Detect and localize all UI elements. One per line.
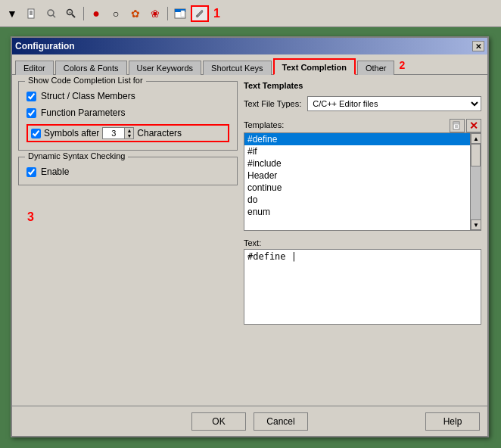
search-button[interactable]: [42, 5, 61, 22]
symbols-spinner: 3 ▲ ▼: [102, 127, 134, 139]
text-editor[interactable]: #define |: [244, 249, 481, 325]
separator1: [83, 7, 84, 20]
enable-checkbox[interactable]: [26, 167, 36, 177]
separator2: [167, 7, 168, 20]
svg-text:+: +: [69, 10, 71, 14]
struct-members-label: Struct / Class Members: [41, 91, 135, 101]
cancel-button[interactable]: Cancel: [254, 412, 308, 431]
templates-section: Templates: ✕: [244, 119, 481, 231]
help-button[interactable]: Help: [425, 412, 480, 431]
template-item-do[interactable]: do: [244, 194, 470, 206]
show-code-completion-group: Show Code Completion List for Struct / C…: [18, 81, 238, 151]
templates-list-wrapper: #define #if #include Header continue do …: [244, 132, 481, 231]
template-item-header[interactable]: Header: [244, 170, 470, 182]
dynamic-syntax-title: Dynamic Syntax Checking: [25, 151, 128, 160]
template-item-continue[interactable]: continue: [244, 182, 470, 194]
file-types-label: Text File Types:: [244, 99, 301, 108]
tab-user-keywords[interactable]: User Keywords: [129, 61, 202, 75]
text-label: Text:: [244, 238, 481, 247]
scroll-down-arrow[interactable]: ▼: [471, 219, 481, 230]
svg-line-7: [72, 14, 75, 17]
tab-colors-fonts[interactable]: Colors & Fonts: [55, 61, 127, 75]
symbols-row: Symbols after 3 ▲ ▼ Characters: [26, 124, 229, 142]
scroll-up-arrow[interactable]: ▲: [471, 133, 481, 144]
symbols-after-label: Symbols after: [44, 128, 99, 138]
left-panel: Show Code Completion List for Struct / C…: [18, 81, 238, 410]
svg-rect-14: [453, 122, 459, 124]
template-item-enum[interactable]: enum: [244, 206, 470, 218]
tab-text-completion[interactable]: Text Completion: [273, 58, 356, 75]
tab-other[interactable]: Other: [357, 61, 395, 75]
file-types-select[interactable]: C/C++ Editor files All files Pascal file…: [307, 96, 481, 111]
templates-list: #define #if #include Header continue do …: [244, 133, 470, 230]
wrench-button[interactable]: [191, 5, 209, 22]
tab-number-badge: 2: [399, 59, 405, 71]
svg-rect-0: [28, 9, 34, 18]
svg-point-4: [48, 10, 54, 16]
toolbar: ▼ + ● ○ ✿ ❀: [0, 0, 501, 27]
svg-rect-11: [181, 11, 185, 17]
dialog-close-button[interactable]: ✕: [472, 41, 484, 51]
scroll-thumb[interactable]: [471, 144, 481, 166]
text-templates-title: Text Templates: [244, 81, 481, 90]
ok-button[interactable]: OK: [191, 412, 246, 431]
templates-new-button[interactable]: [450, 119, 465, 132]
function-params-row: Function Parameters: [26, 107, 229, 118]
spinner-arrows: ▲ ▼: [124, 128, 133, 138]
scroll-track: [471, 144, 481, 219]
circle-button[interactable]: ○: [107, 5, 125, 22]
template-item-define[interactable]: #define: [244, 133, 470, 145]
show-code-group-title: Show Code Completion List for: [25, 76, 146, 85]
right-panel: Text Templates Text File Types: C/C++ Ed…: [244, 81, 481, 410]
file-type-row: Text File Types: C/C++ Editor files All …: [244, 96, 481, 111]
spinner-down-button[interactable]: ▼: [124, 133, 133, 138]
templates-actions: ✕: [450, 119, 481, 132]
function-params-label: Function Parameters: [41, 107, 125, 118]
templates-label: Templates:: [244, 120, 284, 129]
configuration-dialog: Configuration ✕ Editor Colors & Fonts Us…: [11, 36, 489, 437]
window-button[interactable]: [171, 5, 189, 22]
symbols-checkbox[interactable]: [31, 129, 41, 138]
red-circle-button[interactable]: ●: [87, 5, 105, 22]
dialog-content: Show Code Completion List for Struct / C…: [12, 75, 487, 416]
enable-row: Enable: [26, 166, 229, 177]
template-item-include[interactable]: #include: [244, 157, 470, 170]
tool2-button[interactable]: ❀: [146, 5, 164, 22]
characters-label: Characters: [137, 128, 182, 138]
dialog-footer: OK Cancel Help: [12, 406, 487, 436]
row-number-badge: 3: [27, 210, 34, 224]
tool1-button[interactable]: ✿: [126, 5, 145, 22]
text-section: Text: #define |: [244, 235, 481, 325]
template-item-if[interactable]: #if: [244, 145, 470, 157]
file-button[interactable]: [23, 5, 41, 22]
spinner-up-button[interactable]: ▲: [124, 128, 133, 133]
enable-label: Enable: [41, 166, 69, 177]
templates-header: Templates: ✕: [244, 119, 481, 132]
symbols-value-input[interactable]: 3: [103, 128, 124, 138]
templates-scrollbar[interactable]: ▲ ▼: [470, 133, 481, 230]
tab-editor[interactable]: Editor: [15, 61, 54, 75]
dropdown-button[interactable]: ▼: [3, 5, 21, 22]
svg-point-12: [196, 15, 198, 17]
tab-shortcut-keys[interactable]: Shortcut Keys: [203, 61, 271, 75]
templates-delete-button[interactable]: ✕: [466, 119, 481, 132]
function-params-checkbox[interactable]: [26, 108, 36, 118]
magnify-button[interactable]: +: [62, 5, 80, 22]
dialog-title: Configuration: [15, 41, 75, 51]
struct-members-row: Struct / Class Members: [26, 91, 229, 101]
dialog-tabs: Editor Colors & Fonts User Keywords Shor…: [12, 54, 487, 75]
dynamic-syntax-group: Dynamic Syntax Checking Enable: [18, 157, 238, 185]
dialog-titlebar: Configuration ✕: [12, 38, 487, 54]
toolbar-number: 1: [213, 7, 220, 20]
struct-members-checkbox[interactable]: [26, 92, 36, 101]
svg-line-5: [53, 15, 55, 17]
